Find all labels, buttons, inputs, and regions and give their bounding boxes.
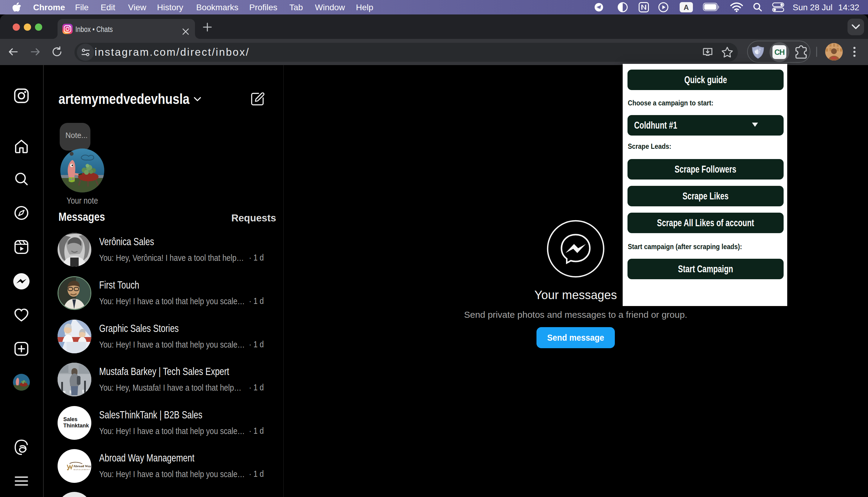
svg-text:Sales: Sales (63, 416, 78, 422)
svg-text:Thinktank: Thinktank (63, 423, 89, 429)
svg-text:MANAGEMENT: MANAGEMENT (73, 469, 90, 470)
svg-text:A: A (684, 3, 689, 12)
